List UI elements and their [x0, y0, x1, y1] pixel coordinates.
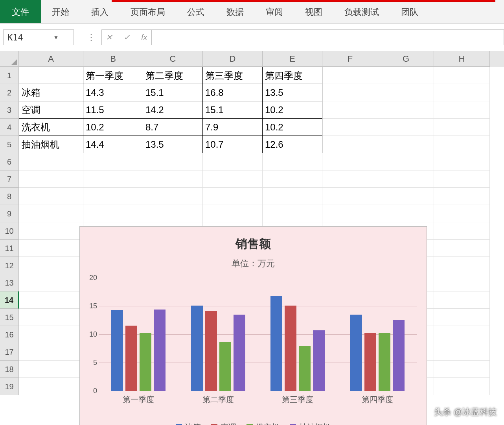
- cell-H10[interactable]: [434, 222, 490, 240]
- chart-bar-抽油烟机[interactable]: [154, 310, 166, 391]
- chart-bar-冰箱[interactable]: [350, 315, 362, 391]
- cell-F3[interactable]: [322, 101, 378, 119]
- cell-A13[interactable]: [19, 274, 83, 291]
- cell-A19[interactable]: [19, 378, 83, 395]
- row-header-4[interactable]: 4: [0, 119, 19, 136]
- cell-G7[interactable]: [378, 170, 434, 188]
- cell-F8[interactable]: [322, 188, 378, 205]
- row-header-2[interactable]: 2: [0, 84, 19, 101]
- ribbon-tab-loadtest[interactable]: 负载测试: [333, 0, 390, 23]
- cell-A9[interactable]: [19, 205, 83, 222]
- cell-A12[interactable]: [19, 257, 83, 274]
- row-header-12[interactable]: 12: [0, 257, 19, 274]
- name-box-dropdown-icon[interactable]: ▼: [39, 34, 74, 40]
- cell-A18[interactable]: [19, 361, 83, 378]
- fx-icon[interactable]: fx: [141, 33, 147, 42]
- cell-B8[interactable]: [83, 188, 143, 205]
- cell-H4[interactable]: [434, 119, 490, 136]
- legend-item[interactable]: 洗衣机: [246, 422, 280, 425]
- cell-C4[interactable]: 8.7: [143, 119, 203, 136]
- cell-H9[interactable]: [434, 205, 490, 222]
- cell-E3[interactable]: 10.2: [263, 101, 322, 119]
- cell-H7[interactable]: [434, 170, 490, 188]
- cell-F5[interactable]: [322, 136, 378, 153]
- cell-D3[interactable]: 15.1: [203, 101, 263, 119]
- ribbon-tab-insert[interactable]: 插入: [80, 0, 120, 23]
- cell-A4[interactable]: 洗衣机: [19, 119, 83, 136]
- formula-input[interactable]: [152, 29, 504, 45]
- row-header-3[interactable]: 3: [0, 101, 19, 119]
- cell-G3[interactable]: [378, 101, 434, 119]
- cell-H8[interactable]: [434, 188, 490, 205]
- cell-D4[interactable]: 7.9: [203, 119, 263, 136]
- cell-E4[interactable]: 10.2: [263, 119, 322, 136]
- cell-E6[interactable]: [263, 153, 322, 170]
- cell-A7[interactable]: [19, 170, 83, 188]
- cell-A8[interactable]: [19, 188, 83, 205]
- cell-D1[interactable]: 第三季度: [203, 67, 263, 84]
- chart[interactable]: 销售额 单位：万元 05101520第一季度第二季度第三季度第四季度 冰箱空调洗…: [79, 226, 427, 425]
- cell-F9[interactable]: [322, 205, 378, 222]
- cell-B6[interactable]: [83, 153, 143, 170]
- row-header-11[interactable]: 11: [0, 240, 19, 257]
- cell-F6[interactable]: [322, 153, 378, 170]
- ribbon-tab-data[interactable]: 数据: [215, 0, 255, 23]
- cell-G6[interactable]: [378, 153, 434, 170]
- ribbon-tab-view[interactable]: 视图: [294, 0, 333, 23]
- cell-B3[interactable]: 11.5: [83, 101, 143, 119]
- col-header-E[interactable]: E: [263, 51, 322, 67]
- row-header-5[interactable]: 5: [0, 136, 19, 153]
- cell-B2[interactable]: 14.3: [83, 84, 143, 101]
- cell-C8[interactable]: [143, 188, 203, 205]
- name-box[interactable]: K14 ▼: [3, 29, 74, 45]
- cell-G9[interactable]: [378, 205, 434, 222]
- cell-A5[interactable]: 抽油烟机: [19, 136, 83, 153]
- chart-bar-冰箱[interactable]: [111, 310, 123, 391]
- cell-A6[interactable]: [19, 153, 83, 170]
- cell-A15[interactable]: [19, 309, 83, 326]
- row-header-10[interactable]: 10: [0, 222, 19, 240]
- row-header-13[interactable]: 13: [0, 274, 19, 291]
- cell-G8[interactable]: [378, 188, 434, 205]
- ribbon-tab-file[interactable]: 文件: [0, 0, 41, 23]
- col-header-D[interactable]: D: [203, 51, 263, 67]
- cell-C7[interactable]: [143, 170, 203, 188]
- cell-E1[interactable]: 第四季度: [263, 67, 322, 84]
- cell-F2[interactable]: [322, 84, 378, 101]
- cell-H13[interactable]: [434, 274, 490, 291]
- cell-C3[interactable]: 14.2: [143, 101, 203, 119]
- cell-D5[interactable]: 10.7: [203, 136, 263, 153]
- cell-G5[interactable]: [378, 136, 434, 153]
- accept-icon[interactable]: ✓: [123, 33, 130, 42]
- chart-bar-冰箱[interactable]: [191, 306, 203, 391]
- cell-F4[interactable]: [322, 119, 378, 136]
- col-header-G[interactable]: G: [378, 51, 434, 67]
- cell-C6[interactable]: [143, 153, 203, 170]
- cell-H6[interactable]: [434, 153, 490, 170]
- row-header-14[interactable]: 14: [0, 291, 19, 309]
- ribbon-tab-home[interactable]: 开始: [41, 0, 80, 23]
- row-header-18[interactable]: 18: [0, 361, 19, 378]
- cell-G2[interactable]: [378, 84, 434, 101]
- cell-B1[interactable]: 第一季度: [83, 67, 143, 84]
- cell-B9[interactable]: [83, 205, 143, 222]
- chart-bar-洗衣机[interactable]: [299, 346, 311, 391]
- row-header-9[interactable]: 9: [0, 205, 19, 222]
- chart-bar-洗衣机[interactable]: [379, 333, 390, 391]
- cell-A2[interactable]: 冰箱: [19, 84, 83, 101]
- chart-bar-抽油烟机[interactable]: [234, 315, 245, 391]
- row-header-8[interactable]: 8: [0, 188, 19, 205]
- cell-A1[interactable]: [19, 67, 83, 84]
- chart-bar-抽油烟机[interactable]: [393, 320, 405, 391]
- cell-E8[interactable]: [263, 188, 322, 205]
- cell-B5[interactable]: 14.4: [83, 136, 143, 153]
- row-header-17[interactable]: 17: [0, 343, 19, 361]
- cell-H17[interactable]: [434, 343, 490, 361]
- cell-H15[interactable]: [434, 309, 490, 326]
- ribbon-tab-team[interactable]: 团队: [390, 0, 429, 23]
- cell-B7[interactable]: [83, 170, 143, 188]
- cell-C9[interactable]: [143, 205, 203, 222]
- cell-C5[interactable]: 13.5: [143, 136, 203, 153]
- chart-bar-抽油烟机[interactable]: [313, 330, 325, 391]
- legend-item[interactable]: 冰箱: [176, 422, 201, 425]
